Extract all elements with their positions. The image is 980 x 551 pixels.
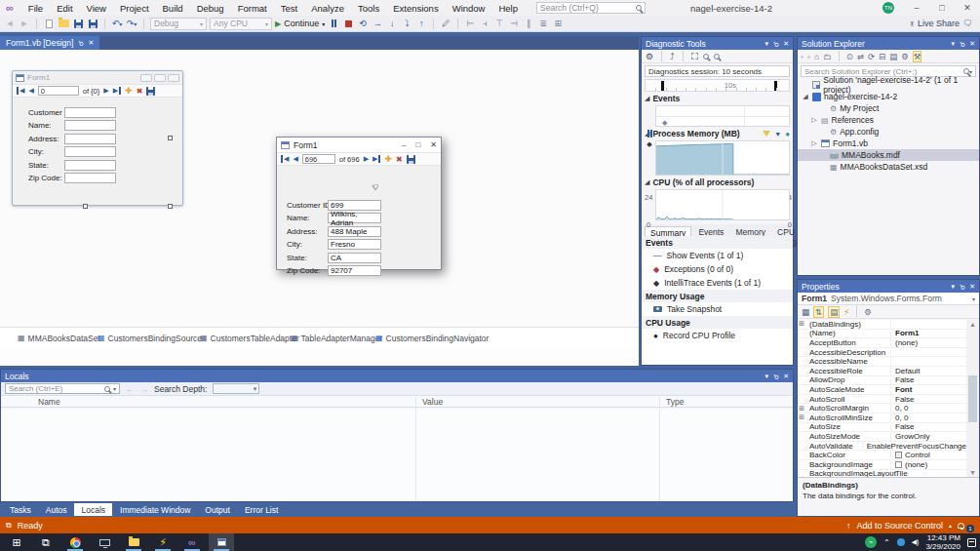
tray-component-customerstableadapter[interactable]: ▦CustomersTableAdapter xyxy=(200,334,299,343)
menu-debug[interactable]: Debug xyxy=(190,3,231,14)
activity-tray-icon[interactable]: ⌁ xyxy=(865,536,877,548)
property-row-backcolor[interactable]: BackColorControl xyxy=(798,451,966,460)
categorized-icon[interactable]: ▦ xyxy=(802,307,809,317)
minimize-button[interactable]: – xyxy=(904,0,929,16)
restart-icon[interactable]: ⟲ xyxy=(357,18,369,30)
menu-tools[interactable]: Tools xyxy=(351,3,386,14)
properties-icon[interactable]: ⚙ xyxy=(901,52,909,61)
timeline-ruler[interactable]: 10s xyxy=(645,79,790,92)
column-name[interactable]: Name xyxy=(38,397,60,407)
minimize-button[interactable]: – xyxy=(402,140,406,149)
property-value[interactable]: False xyxy=(891,375,966,384)
quick-search-input[interactable]: Search (Ctrl+Q) xyxy=(536,2,646,14)
menu-project[interactable]: Project xyxy=(113,3,156,14)
column-value[interactable]: Value xyxy=(422,397,443,407)
visual-studio-icon[interactable]: ∞ xyxy=(179,533,205,551)
align-centers-icon[interactable]: ⫞ xyxy=(479,18,490,30)
tree-item-form1-vb[interactable]: ▷Form1.vb xyxy=(798,138,979,149)
make-same-width-icon[interactable]: ∥ xyxy=(523,18,534,30)
navigate-backward-icon[interactable]: ◄ xyxy=(4,18,16,30)
locals-grid-body[interactable] xyxy=(1,409,793,501)
window-menu-icon[interactable]: ▾ xyxy=(764,40,768,48)
tray-component-customersbindingsource[interactable]: ▦CustomersBindingSource xyxy=(98,334,202,343)
window-menu-icon[interactable]: ▾ xyxy=(951,40,955,48)
tree-item-app-config[interactable]: ⚙App.config xyxy=(798,126,979,138)
property-row--name-[interactable]: (Name)Form1 xyxy=(798,330,966,339)
settings-gear-icon[interactable]: ⚙ xyxy=(646,52,653,61)
property-row-backgroundimagelayout[interactable]: BackgroundImageLayoutTile xyxy=(798,470,966,478)
field-textbox[interactable] xyxy=(64,134,116,144)
show-next-statement-icon[interactable]: → xyxy=(372,18,383,30)
add-new-icon[interactable]: ✚ xyxy=(384,154,392,164)
maximize-button[interactable]: □ xyxy=(929,0,955,16)
scrollbar-thumb[interactable] xyxy=(968,375,977,422)
menu-file[interactable]: File xyxy=(21,3,50,14)
find-in-files-icon[interactable]: 🖉 xyxy=(440,18,451,30)
close-icon[interactable]: ✕ xyxy=(969,40,975,48)
move-first-icon[interactable]: ◀ xyxy=(281,155,289,163)
task-view-button[interactable]: ⧉ xyxy=(33,533,59,551)
sql-tool-icon[interactable]: ⚡ xyxy=(150,533,176,551)
property-row-allowdrop[interactable]: AllowDropFalse xyxy=(798,376,966,386)
save-data-icon[interactable] xyxy=(407,155,415,164)
align-lefts-icon[interactable]: ⊢ xyxy=(464,18,476,30)
menu-edit[interactable]: Edit xyxy=(50,3,79,14)
close-icon[interactable]: ✕ xyxy=(969,283,975,291)
move-previous-icon[interactable]: ◀ xyxy=(293,155,297,163)
forward-icon[interactable]: ◦ xyxy=(807,52,810,61)
menu-help[interactable]: Help xyxy=(491,3,525,14)
save-all-icon[interactable] xyxy=(87,18,98,30)
resize-handle-right[interactable] xyxy=(168,136,173,140)
bottom-tab-tasks[interactable]: Tasks xyxy=(3,503,38,516)
pin-icon[interactable]: ⚲ xyxy=(771,39,780,48)
field-textbox[interactable]: Fresno xyxy=(328,239,381,250)
summary-item[interactable]: ◆Exceptions (0 of 0) xyxy=(642,262,793,276)
action-center-icon[interactable] xyxy=(967,538,976,547)
user-avatar[interactable]: TN xyxy=(882,2,894,14)
field-textbox[interactable]: 92707 xyxy=(328,265,381,276)
menu-analyze[interactable]: Analyze xyxy=(304,3,351,14)
property-value[interactable]: Font xyxy=(891,385,966,394)
menu-view[interactable]: View xyxy=(80,3,113,14)
delete-icon[interactable]: ✖ xyxy=(396,155,403,164)
pin-icon[interactable]: ⚲ xyxy=(958,39,966,48)
running-form-title-bar[interactable]: Form1 – □ ✕ xyxy=(277,138,441,152)
expander-icon[interactable]: ◢ xyxy=(802,93,809,100)
new-file-icon[interactable] xyxy=(43,18,55,30)
tray-component-tableadaptermanager[interactable]: ▦TableAdapterManager xyxy=(291,334,382,343)
move-first-icon[interactable]: ◀ xyxy=(17,87,24,95)
locals-search-input[interactable]: Search (Ctrl+E) ▾ xyxy=(5,383,120,394)
property-value[interactable]: (none) xyxy=(891,338,966,347)
property-row-autosize[interactable]: AutoSizeFalse xyxy=(798,423,966,433)
pending-changes-filter-icon[interactable]: ⊙ xyxy=(846,52,853,61)
field-textbox[interactable] xyxy=(64,120,116,131)
step-into-icon[interactable]: ↓ xyxy=(386,18,398,30)
move-next-icon[interactable]: ▶ xyxy=(103,87,108,95)
property-row-autoscalemode[interactable]: AutoScaleModeFont xyxy=(798,385,966,395)
scroll-up-icon[interactable]: ▲ xyxy=(969,321,976,328)
menu-build[interactable]: Build xyxy=(156,3,190,14)
remote-desktop-icon[interactable] xyxy=(92,533,117,551)
add-new-icon[interactable]: ✚ xyxy=(125,86,133,96)
property-pages-icon[interactable]: ⚙ xyxy=(864,307,872,317)
save-icon[interactable] xyxy=(72,18,84,30)
scroll-down-icon[interactable]: ▼ xyxy=(969,469,976,476)
events-track[interactable]: ◆ xyxy=(655,105,790,127)
collapse-all-icon[interactable]: ⊟ xyxy=(879,52,885,61)
position-input[interactable]: 0 xyxy=(38,86,79,96)
summary-item[interactable]: Take Snapshot xyxy=(642,302,793,316)
network-tray-icon[interactable] xyxy=(897,538,905,546)
tray-component-customersbindingnavigator[interactable]: ▦CustomersBindingNavigator xyxy=(375,334,489,343)
running-form-window[interactable]: Form1 – □ ✕ ◀ ◀ 696 of 696 ▶ ▶ ✚ ✖ Custo… xyxy=(276,137,442,270)
redo-icon[interactable]: ↷▾ xyxy=(126,18,137,30)
bottom-tab-immediate-window[interactable]: Immediate Window xyxy=(113,503,197,516)
tab-form1-designer[interactable]: Form1.vb [Design] ⚲ ✕ xyxy=(0,36,99,50)
step-out-icon[interactable]: ↑ xyxy=(415,18,427,30)
designer-form[interactable]: Form1 ◀ ◀ 0 of {0} ▶ ▶ ✚ ✖ Customer ID:N… xyxy=(12,70,183,206)
menu-extensions[interactable]: Extensions xyxy=(386,3,445,14)
tree-item-my-project[interactable]: ⚙My Project xyxy=(798,102,979,114)
snapshot-marker-icon[interactable]: ● xyxy=(785,130,790,138)
search-depth-select[interactable]: ▾ xyxy=(213,383,259,394)
property-value[interactable]: Control xyxy=(891,451,966,459)
property-row-autoscrollminsize[interactable]: AutoScrollMinSize⊞0, 0 xyxy=(798,413,966,423)
